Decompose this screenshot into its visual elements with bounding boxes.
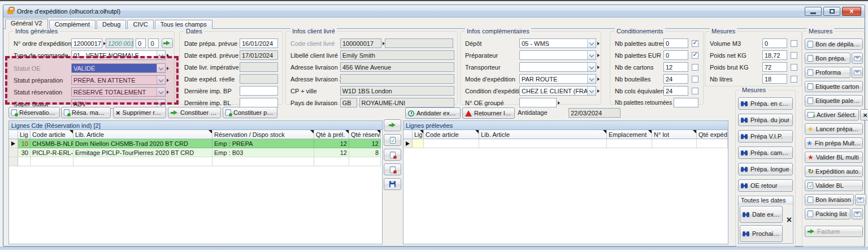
cell-code[interactable]: PICLP-R-ERL-20- (31, 148, 73, 157)
etiquette-palette-button[interactable]: Etiquette palette (805, 95, 863, 106)
condition-expedition-combo[interactable]: CHEZ LE CLIENT (FRANCO) T (519, 86, 596, 96)
close-button[interactable] (842, 7, 861, 16)
bon-de-depilage-button[interactable]: Bon de dépilage (805, 38, 863, 50)
cancel-line-button[interactable] (384, 149, 401, 161)
close-selection-button[interactable] (860, 109, 868, 120)
transporteur-combo[interactable] (519, 62, 596, 72)
nb-cols-equivalents-checkbox[interactable] (692, 88, 698, 94)
nb-palettes-autres-checkbox[interactable] (692, 40, 698, 47)
proforma-email-button[interactable] (852, 67, 863, 78)
retourner-livr-button[interactable]: Retourner livr. (462, 107, 515, 119)
cell-qte-res[interactable]: 8 (349, 148, 381, 157)
date-exp-prevu-button[interactable]: Date exp. prevu (740, 206, 783, 223)
oe-groupe-field[interactable] (519, 98, 557, 107)
supprimer-resa-button[interactable]: Supprimer résa. (113, 107, 166, 118)
valider-bl-multi-button[interactable]: Valider BL multi (805, 152, 863, 163)
cell-lig[interactable]: 30 (18, 148, 31, 157)
oe-retour-button[interactable]: OE retour (738, 179, 793, 192)
cell-qte-res[interactable]: 12 (349, 139, 381, 148)
minimize-button[interactable] (805, 7, 822, 16)
poids-net-field[interactable]: 18,72 (762, 50, 787, 60)
col-qte-exped[interactable]: Qté expéd. (697, 130, 728, 139)
col-emplacement[interactable]: Emplacement (607, 130, 652, 139)
col-code-article[interactable]: Code article (424, 130, 479, 139)
etiquette-carton-button[interactable]: Etiquette carton (805, 81, 863, 92)
constituer-palette-button[interactable]: Constituer palette (168, 107, 221, 118)
col-reservation[interactable]: Réservation / Dispo stock (212, 130, 314, 139)
tab-general-v2[interactable]: Général V2 (5, 19, 48, 29)
num-x2-field[interactable]: 0 (148, 38, 159, 48)
mode-expedition-combo[interactable]: PAR ROUTE (519, 74, 596, 84)
packing-list-email-button[interactable] (852, 208, 863, 219)
statut-preparation-combo[interactable]: PRÉPA. EN ATTENTE (71, 75, 166, 85)
bon-livraison-email-button[interactable] (855, 194, 866, 205)
prepa-en-cours-button[interactable]: Prépa. en cours (738, 97, 793, 110)
table-row[interactable]: 30 PICLP-R-ERL-20- Ermitage PICLP-TourPi… (9, 148, 382, 157)
derniere-imp-bl-field[interactable] (240, 98, 278, 107)
resa-manuelle-button[interactable]: Résa. manuelle (61, 107, 111, 118)
delete-picked-line-button[interactable] (384, 163, 401, 175)
cell-lig[interactable]: 10 (18, 139, 31, 148)
lancer-prepa-v2-button[interactable]: Lancer prépa V2 (805, 123, 863, 135)
preparateur-combo[interactable] (519, 50, 596, 60)
depot-combo[interactable]: 05 - WMS (519, 38, 596, 48)
col-lib-article[interactable]: Lib. Article (73, 130, 212, 139)
cell-code[interactable]: CHSMB-B-NLF-20 (31, 139, 73, 148)
cell-lib[interactable]: Dom Niellon CHSMB-Trad 2020 BT CRD (73, 139, 212, 148)
bon-livraison-button[interactable]: Bon livraison (805, 194, 854, 205)
prepa-vip-button[interactable]: Prépa V.I.P. (738, 130, 793, 143)
nb-palettes-eur-checkbox[interactable] (692, 52, 698, 59)
col-qte-a-prel[interactable]: Qté à prél. (314, 130, 349, 139)
num-ordre-field[interactable]: 12000017 (71, 38, 102, 48)
nb-palettes-autres-field[interactable]: 0 (663, 38, 688, 48)
volume-m3-checkbox[interactable] (791, 40, 797, 47)
clear-dates-filter-button[interactable] (787, 217, 792, 223)
volume-m3-field[interactable]: 0 (762, 38, 787, 48)
facturer-button[interactable]: Facturer (805, 226, 863, 237)
antidater-exped-button[interactable]: Antidater expéd. (405, 107, 461, 119)
tab-civc[interactable]: CIVC (127, 20, 153, 29)
prepa-campagne-button[interactable]: Prépa. campagne (738, 146, 793, 159)
transfer-line-button[interactable] (384, 119, 401, 131)
nb-cols-equivalents-field[interactable]: 24 (663, 86, 688, 96)
nb-litres-checkbox[interactable] (791, 76, 797, 83)
tab-complement[interactable]: Complément (49, 20, 96, 29)
goto-oe-button[interactable] (162, 38, 173, 48)
antidatage-field[interactable]: 22/03/2024 (568, 108, 620, 118)
cell-resa[interactable]: Emp : B03 (212, 148, 314, 157)
tab-debug[interactable]: Debug (97, 20, 126, 29)
bon-prepa-email-button[interactable] (852, 53, 863, 64)
reservation-auto-button[interactable]: Réservation auto (8, 107, 60, 118)
nb-palettes-retournees-field[interactable] (674, 98, 698, 107)
col-num-lot[interactable]: N° lot (652, 130, 697, 139)
activer-select-button[interactable]: Activer Sélect. (805, 109, 859, 120)
nb-cartons-checkbox[interactable] (692, 64, 698, 71)
proforma-button[interactable]: Proforma (805, 67, 850, 78)
col-lig[interactable]: Lig (413, 130, 424, 139)
derniere-imp-bp-field[interactable] (240, 86, 278, 96)
table-row[interactable]: 10 CHSMB-B-NLF-20 Dom Niellon CHSMB-Trad… (9, 139, 382, 148)
restore-button[interactable] (823, 7, 840, 16)
statut-oe-combo[interactable]: VALIDÉ (71, 63, 166, 73)
packing-list-button[interactable]: Packing list (805, 208, 850, 219)
nb-bouteilles-field[interactable]: 24 (663, 74, 688, 84)
col-lig[interactable]: Lig (18, 130, 31, 139)
nb-litres-field[interactable]: 18 (762, 74, 787, 84)
col-code-article[interactable]: Code article (31, 130, 73, 139)
poids-brut-field[interactable]: 72 (762, 62, 787, 72)
poids-brut-checkbox[interactable] (791, 64, 797, 71)
nb-bouteilles-checkbox[interactable] (692, 76, 698, 83)
col-qte-reserve[interactable]: Qté réservé (349, 130, 381, 139)
prochain-jours-button[interactable]: Prochain jours (740, 225, 783, 242)
prepa-longue-button[interactable]: Prépa. longue (738, 163, 793, 175)
statut-reservation-combo[interactable]: RÉSERVÉ TOTALEMENT (71, 87, 166, 97)
bon-prepa-button[interactable]: Bon prépa. (805, 53, 850, 64)
prepa-du-jour-button[interactable]: Prépa. du jour (738, 114, 793, 126)
type-commande-combo[interactable]: 01 - VENTE NORMALE (71, 50, 166, 60)
constituer-pal-auto-button[interactable]: Constituer pal. auto (223, 107, 277, 118)
save-button[interactable] (384, 178, 401, 190)
date-prepa-prevue-field[interactable]: 16/01/2024 (240, 38, 278, 48)
poids-net-checkbox[interactable] (791, 52, 797, 59)
tab-tous-les-champs[interactable]: Tous les champs (155, 20, 212, 29)
cell-qte-prel[interactable]: 12 (314, 139, 349, 148)
